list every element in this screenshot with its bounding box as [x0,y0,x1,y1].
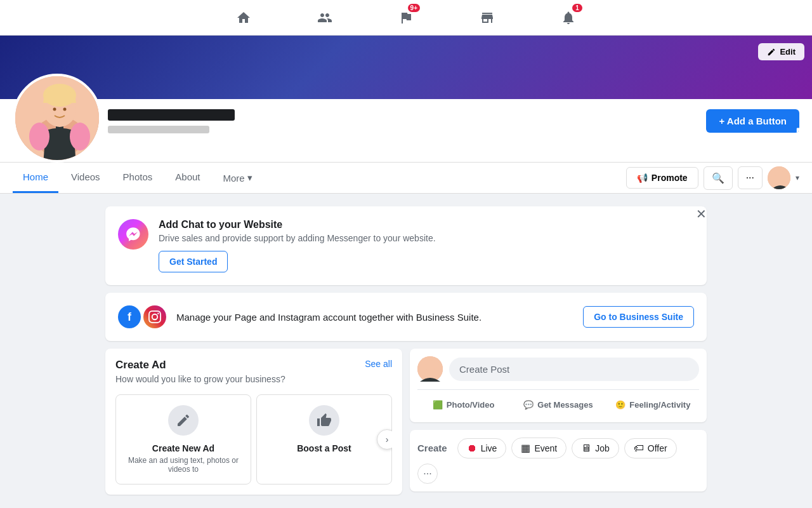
svg-point-3 [29,123,49,150]
create-ad-header: Create Ad See all [115,359,392,371]
offer-icon: 🏷 [634,443,644,454]
page-wrapper: Edit [0,36,812,508]
more-create-options-button[interactable]: ··· [417,464,438,484]
create-post-card: Create Post 🟩 Photo/Video 💬 Get Messages [410,349,707,422]
profile-subtitle [108,126,209,133]
close-messenger-promo-button[interactable]: ✕ [696,206,707,222]
post-input-row: Create Post [417,356,699,382]
avatar-chevron-icon[interactable]: ▾ [796,173,799,182]
business-suite-card: f Manage your Page and Instagram account… [105,293,707,341]
create-options-card: Create ⏺ Live ▦ Event 🖥 Job [410,430,707,491]
create-ad-card: Create Ad See all How would you like to … [105,349,402,495]
job-button[interactable]: 🖥 Job [572,438,619,458]
svg-point-12 [425,360,435,371]
add-a-button-cta[interactable]: + Add a Button ↖ [706,109,799,133]
create-ad-title: Create Ad [115,359,166,371]
new-ad-icon [168,405,199,436]
photo-video-icon: 🟩 [433,400,443,410]
boost-post-title: Boost a Post [267,443,381,453]
top-navigation: 9+ 1 [0,0,812,36]
live-button[interactable]: ⏺ Live [457,438,507,458]
cover-area: Edit [0,36,812,194]
add-button-area: + Add a Button ↖ [706,109,799,133]
tab-videos[interactable]: Videos [61,163,110,193]
main-content: Add Chat to your Website Drive sales and… [95,194,717,507]
nav-pages[interactable]: 9+ [391,3,421,33]
business-suite-icons: f [118,305,166,328]
nav-notifications[interactable]: 1 [553,3,584,33]
page-nav-actions: 📢 Promote 🔍 ··· ▾ [626,166,799,190]
job-icon: 🖥 [581,443,591,454]
search-icon: 🔍 [712,173,724,184]
boost-post-icon [309,405,339,436]
messenger-icon [118,219,148,250]
feeling-icon: 🙂 [615,400,625,410]
business-suite-text: Manage your Page and Instagram account t… [176,312,573,323]
new-ad-title: Create New Ad [126,443,240,453]
chevron-down-icon: ▾ [247,172,252,184]
ellipsis-create-icon: ··· [423,468,431,479]
page-nav-tabs: Home Videos Photos About More ▾ [13,163,263,193]
promote-button[interactable]: 📢 Promote [626,167,698,189]
svg-point-8 [63,108,67,111]
live-icon: ⏺ [467,443,477,454]
messenger-promo-card: Add Chat to your Website Drive sales and… [105,206,707,285]
user-avatar-nav[interactable] [768,166,790,189]
svg-point-7 [53,108,56,111]
event-button[interactable]: ▦ Event [511,438,566,458]
ad-option-boost-post[interactable]: Boost a Post [256,394,392,485]
svg-point-4 [70,123,90,150]
offer-button[interactable]: 🏷 Offer [624,438,677,458]
instagram-icon [143,305,166,328]
tab-photos[interactable]: Photos [113,163,163,193]
pages-badge: 9+ [408,4,420,12]
tab-about[interactable]: About [165,163,210,193]
photo-video-button[interactable]: 🟩 Photo/Video [417,395,509,415]
profile-info [108,99,723,150]
get-started-button[interactable]: Get Started [159,251,228,272]
see-all-link[interactable]: See all [365,359,392,369]
notifications-badge: 1 [572,4,582,12]
cursor-pointer: ↖ [795,124,806,139]
megaphone-icon: 📢 [637,173,648,183]
more-options-button[interactable]: ··· [738,166,763,189]
tab-home[interactable]: Home [13,163,58,193]
edit-cover-button[interactable]: Edit [758,43,804,60]
page-navigation: Home Videos Photos About More ▾ 📢 Promot… [0,163,812,194]
search-button[interactable]: 🔍 [704,166,733,190]
ellipsis-icon: ··· [746,172,754,183]
create-ad-subtitle: How would you like to grow your business… [115,374,392,384]
carousel-next-button[interactable]: › [377,429,392,450]
nav-home[interactable] [228,3,259,33]
create-label: Create [417,443,447,453]
profile-name [108,109,235,121]
create-options-row: Create ⏺ Live ▦ Event 🖥 Job [417,438,699,484]
nav-marketplace[interactable] [472,3,502,33]
bottom-grid: Create Ad See all How would you like to … [105,349,707,495]
profile-avatar [13,74,102,163]
post-actions: 🟩 Photo/Video 💬 Get Messages 🙂 Feeling/A… [417,389,699,415]
messenger-small-icon: 💬 [523,400,534,410]
ad-option-new-ad[interactable]: Create New Ad Make an ad using text, pho… [115,394,251,485]
messenger-promo-description: Drive sales and provide support by addin… [159,233,436,243]
post-avatar [417,356,443,382]
messenger-promo-title: Add Chat to your Website [159,219,436,231]
ad-options: Create New Ad Make an ad using text, pho… [115,394,392,485]
facebook-icon: f [118,305,141,328]
go-to-business-suite-button[interactable]: Go to Business Suite [583,306,694,328]
svg-point-10 [775,171,785,182]
get-messages-button[interactable]: 💬 Get Messages [512,395,604,415]
cover-image: Edit [0,36,812,99]
event-icon: ▦ [521,442,530,454]
messenger-promo-content: Add Chat to your Website Drive sales and… [159,219,436,272]
create-post-input[interactable]: Create Post [449,358,699,381]
new-ad-desc: Make an ad using text, photos or videos … [126,456,240,474]
tab-more[interactable]: More ▾ [213,163,263,193]
right-column: Create Post 🟩 Photo/Video 💬 Get Messages [410,349,707,495]
profile-section: + Add a Button ↖ [0,99,812,163]
feeling-activity-button[interactable]: 🙂 Feeling/Activity [607,395,699,415]
nav-friends[interactable] [310,3,340,33]
